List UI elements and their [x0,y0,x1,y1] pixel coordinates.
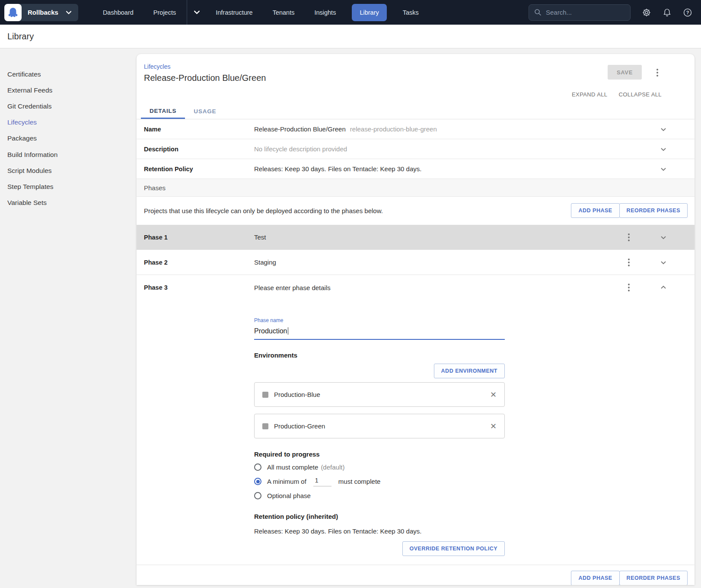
reorder-phases-button-bottom[interactable]: REORDER PHASES [619,571,688,585]
search-icon [534,9,542,16]
radio-minimum-must-complete[interactable]: A minimum of 1 must complete [254,476,505,486]
sidebar-item-lifecycles[interactable]: Lifecycles [0,115,137,131]
environment-card-production-blue: Production-Blue ✕ [254,382,505,407]
retention-policy-value: Releases: Keep 30 days. Files on Tentacl… [254,165,660,173]
tab-usage[interactable]: USAGE [185,104,225,119]
sidebar-item-packages[interactable]: Packages [0,131,137,147]
retention-policy-label: Retention Policy [144,166,254,173]
sidebar-item-certificates[interactable]: Certificates [0,66,137,82]
save-button[interactable]: SAVE [608,65,642,80]
breadcrumb[interactable]: Lifecycles [144,63,688,70]
instance-switcher[interactable]: Rollbacks [4,4,78,21]
nav-item-tasks[interactable]: Tasks [393,0,429,25]
phase-2-row[interactable]: Phase 2 Staging [137,250,695,275]
name-row[interactable]: Name Release-Production Blue/Greenreleas… [137,119,695,139]
phase-3-row[interactable]: Phase 3 Please enter phase details [137,275,695,300]
add-environment-button[interactable]: ADD ENVIRONMENT [434,364,505,378]
retention-inherited-text: Releases: Keep 30 days. Files on Tentacl… [254,527,505,535]
sidebar-item-build-information[interactable]: Build Information [0,147,137,163]
name-value: Release-Production Blue/Greenrelease-pro… [254,125,660,133]
minimum-count-input[interactable]: 1 [313,476,331,486]
search-box[interactable] [529,4,631,21]
search-input[interactable] [546,9,619,16]
library-sidebar: Certificates External Feeds Git Credenti… [0,48,137,211]
nav-item-tenants[interactable]: Tenants [263,0,305,25]
description-label: Description [144,146,254,153]
override-retention-policy-button[interactable]: OVERRIDE RETENTION POLICY [402,541,505,556]
chevron-down-icon [65,9,72,16]
svg-text:?: ? [686,10,689,15]
tab-details[interactable]: DETAILS [141,104,185,119]
sidebar-item-git-credentials[interactable]: Git Credentials [0,98,137,114]
environments-heading: Environments [254,352,505,359]
projects-chevron-down-icon[interactable] [188,0,206,25]
phase-3-block: Phase 3 Please enter phase details Phase… [137,275,695,565]
nav-item-infrastructure[interactable]: Infrastructure [206,0,262,25]
lifecycle-title: Release-Production Blue/Green [144,73,688,83]
phase-2-label: Phase 2 [144,259,254,266]
expand-all-button[interactable]: EXPAND ALL [572,91,608,98]
nav-item-library[interactable]: Library [352,4,386,21]
chevron-down-icon[interactable] [660,146,667,153]
environment-icon [262,392,268,398]
notifications-bell-icon[interactable] [663,8,672,17]
required-to-progress-heading: Required to progress [254,451,505,458]
settings-gear-icon[interactable] [642,8,651,17]
phase-3-value: Please enter phase details [254,284,628,291]
instance-label: Rollbacks [28,9,58,16]
phases-intro: Projects that use this lifecycle can onl… [137,197,695,225]
card-header: Lifecycles Release-Production Blue/Green… [137,54,695,104]
phase-3-details: Phase name Production Environments ADD E… [137,300,695,565]
chevron-down-icon[interactable] [660,126,667,133]
name-slug: release-production-blue-green [350,125,437,133]
radio-optional-phase[interactable]: Optional phase [254,492,505,499]
radio-unchecked-icon[interactable] [254,463,261,471]
nav-item-insights[interactable]: Insights [304,0,346,25]
sidebar-item-step-templates[interactable]: Step Templates [0,179,137,195]
add-phase-button[interactable]: ADD PHASE [571,203,619,218]
phase-3-label: Phase 3 [144,284,254,291]
help-icon[interactable]: ? [683,8,692,17]
page-title: Library [7,32,34,42]
reorder-phases-button[interactable]: REORDER PHASES [619,203,688,218]
nav-item-dashboard[interactable]: Dashboard [93,0,143,25]
phase-1-overflow-menu-icon[interactable] [628,233,630,241]
environment-icon [262,423,268,429]
sidebar-item-variable-sets[interactable]: Variable Sets [0,195,137,211]
chevron-up-icon[interactable] [660,284,667,291]
phase-2-value: Staging [254,259,628,266]
retention-inherited-heading: Retention policy (inherited) [254,513,505,520]
remove-environment-icon[interactable]: ✕ [490,391,497,399]
chevron-down-icon[interactable] [660,166,667,173]
name-label: Name [144,126,254,133]
sidebar-item-script-modules[interactable]: Script Modules [0,163,137,179]
environment-card-production-green: Production-Green ✕ [254,414,505,438]
sidebar-item-external-feeds[interactable]: External Feeds [0,82,137,98]
phase-2-overflow-menu-icon[interactable] [628,259,630,266]
phases-intro-text: Projects that use this lifecycle can onl… [144,207,571,214]
phase-1-value: Test [254,233,628,241]
phase-1-row[interactable]: Phase 1 Test [137,225,695,250]
nav-item-projects[interactable]: Projects [143,0,186,25]
chevron-down-icon[interactable] [660,234,667,241]
description-row[interactable]: Description No lifecycle description pro… [137,139,695,159]
phases-section-header: Phases [137,179,695,197]
phase-1-label: Phase 1 [144,234,254,241]
radio-unchecked-icon[interactable] [254,492,261,499]
remove-environment-icon[interactable]: ✕ [490,422,497,430]
phase-name-field: Phase name Production [254,317,505,340]
octopus-logo-icon [4,4,22,21]
tab-bar: DETAILS USAGE [137,104,695,119]
phase-name-input[interactable]: Production [254,324,505,340]
chevron-down-icon[interactable] [660,259,667,266]
radio-all-must-complete[interactable]: All must complete (default) [254,463,505,471]
collapse-all-button[interactable]: COLLAPSE ALL [619,91,662,98]
nav-divider [187,0,187,25]
add-phase-button-bottom[interactable]: ADD PHASE [571,571,619,585]
retention-policy-row[interactable]: Retention Policy Releases: Keep 30 days.… [137,159,695,179]
phase-name-label: Phase name [254,317,505,323]
overflow-menu-icon[interactable] [656,69,658,77]
description-value: No lifecycle description provided [254,145,660,153]
phase-3-overflow-menu-icon[interactable] [628,284,630,291]
radio-checked-icon[interactable] [254,478,261,485]
